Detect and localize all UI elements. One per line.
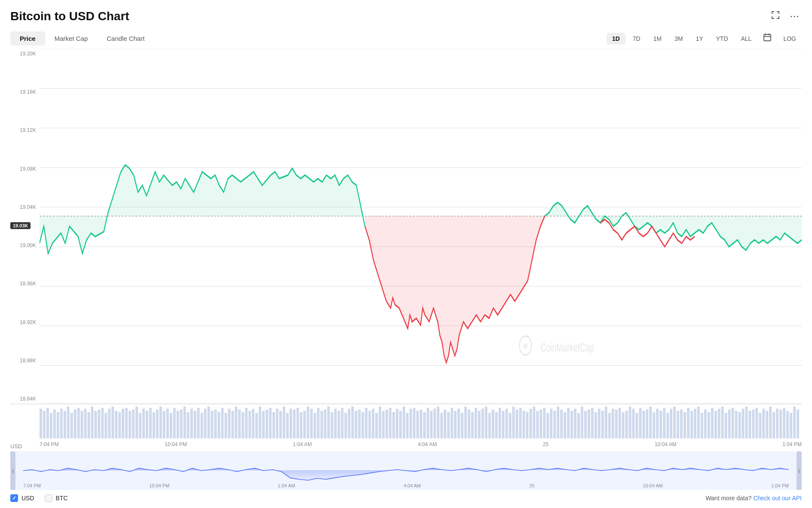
svg-rect-158 xyxy=(519,408,522,438)
svg-rect-80 xyxy=(252,409,254,438)
svg-rect-44 xyxy=(128,411,131,438)
mini-handle-left[interactable]: ‖ xyxy=(10,451,15,490)
legend-checkbox-btc[interactable] xyxy=(45,494,52,502)
svg-rect-100 xyxy=(321,411,323,438)
expand-icon[interactable] xyxy=(769,9,782,24)
y-label-2: 19.12K xyxy=(10,127,40,133)
svg-rect-25 xyxy=(64,411,66,438)
svg-rect-56 xyxy=(170,413,172,438)
svg-rect-197 xyxy=(653,412,655,438)
x-label-5: 10:04 AM xyxy=(655,441,677,447)
time-3m[interactable]: 3M xyxy=(669,33,688,45)
svg-rect-140 xyxy=(458,409,460,438)
tab-price[interactable]: Price xyxy=(10,31,45,46)
svg-rect-235 xyxy=(783,408,785,438)
svg-rect-130 xyxy=(423,412,426,438)
legend-checkbox-usd[interactable]: ✓ xyxy=(10,494,18,502)
more-options-icon[interactable]: ⋯ xyxy=(788,9,802,24)
svg-rect-91 xyxy=(290,409,292,438)
svg-rect-212 xyxy=(704,410,707,438)
svg-rect-182 xyxy=(601,411,604,438)
svg-rect-27 xyxy=(70,413,73,438)
svg-rect-208 xyxy=(690,411,693,438)
svg-rect-187 xyxy=(618,408,621,438)
x-label-4: 25 xyxy=(543,441,549,447)
svg-rect-54 xyxy=(163,411,165,438)
svg-rect-35 xyxy=(98,410,101,438)
svg-rect-172 xyxy=(567,408,570,438)
svg-rect-129 xyxy=(420,410,422,438)
svg-rect-230 xyxy=(766,411,768,438)
tab-candle-chart[interactable]: Candle Chart xyxy=(97,31,154,46)
svg-rect-116 xyxy=(375,413,378,438)
svg-rect-95 xyxy=(303,411,306,438)
svg-rect-93 xyxy=(296,408,299,438)
svg-rect-67 xyxy=(208,407,210,438)
svg-rect-195 xyxy=(646,410,648,438)
api-link[interactable]: Check out our API xyxy=(753,495,802,502)
svg-rect-46 xyxy=(135,407,138,438)
y-label-3: 19.08K xyxy=(10,166,40,172)
time-log[interactable]: LOG xyxy=(778,33,802,45)
svg-rect-37 xyxy=(104,413,107,438)
svg-rect-122 xyxy=(396,409,398,438)
svg-rect-165 xyxy=(543,408,546,438)
svg-rect-174 xyxy=(574,409,577,438)
svg-rect-150 xyxy=(491,410,494,438)
main-chart-area: 19.20K 19.16K 19.12K 19.08K 19.04K 19.00… xyxy=(10,49,802,404)
svg-rect-88 xyxy=(279,411,282,438)
svg-rect-89 xyxy=(283,407,285,438)
time-1d[interactable]: 1D xyxy=(607,33,626,45)
page-title: Bitcoin to USD Chart xyxy=(10,9,129,23)
svg-rect-169 xyxy=(557,407,559,438)
svg-rect-178 xyxy=(588,410,590,438)
svg-rect-135 xyxy=(440,413,443,438)
svg-rect-105 xyxy=(338,411,340,438)
mini-chart-area[interactable]: ‖ 7:04 PM 10:04 PM 1:04 AM 4:04 AM xyxy=(10,451,802,490)
svg-rect-141 xyxy=(461,413,464,438)
svg-rect-180 xyxy=(595,412,597,438)
svg-text:CoinMarketCap: CoinMarketCap xyxy=(540,340,594,354)
svg-rect-53 xyxy=(159,407,162,438)
time-1m[interactable]: 1M xyxy=(647,33,667,45)
svg-rect-96 xyxy=(307,407,309,438)
x-labels: 7:04 PM 10:04 PM 1:04 AM 4:04 AM 25 10:0… xyxy=(40,441,802,447)
svg-rect-145 xyxy=(475,408,477,438)
svg-rect-202 xyxy=(670,409,672,438)
calendar-icon[interactable] xyxy=(759,31,776,46)
svg-rect-118 xyxy=(382,411,385,438)
svg-rect-43 xyxy=(125,408,128,438)
svg-rect-104 xyxy=(334,409,337,438)
svg-rect-38 xyxy=(108,409,110,438)
time-all[interactable]: ALL xyxy=(736,33,757,45)
svg-rect-123 xyxy=(399,411,402,438)
svg-rect-227 xyxy=(755,408,758,438)
svg-rect-87 xyxy=(276,409,278,438)
time-ytd[interactable]: YTD xyxy=(711,33,734,45)
y-label-4: 19.04K xyxy=(10,204,40,210)
svg-rect-210 xyxy=(697,407,700,438)
y-label-5: 19.00K xyxy=(10,242,40,248)
svg-rect-119 xyxy=(385,410,388,438)
svg-rect-188 xyxy=(622,412,624,438)
time-7d[interactable]: 7D xyxy=(627,33,646,45)
svg-rect-115 xyxy=(372,409,374,438)
svg-rect-61 xyxy=(187,412,189,438)
time-1y[interactable]: 1Y xyxy=(690,33,708,45)
svg-rect-214 xyxy=(711,408,714,438)
svg-rect-52 xyxy=(156,410,159,438)
svg-rect-229 xyxy=(762,409,765,438)
svg-rect-233 xyxy=(776,409,778,438)
svg-rect-62 xyxy=(190,409,193,438)
svg-rect-152 xyxy=(498,408,501,438)
svg-rect-83 xyxy=(262,411,265,438)
y-label-0: 19.20K xyxy=(10,51,40,57)
tab-market-cap[interactable]: Market Cap xyxy=(45,31,98,46)
svg-rect-198 xyxy=(656,409,659,438)
svg-rect-157 xyxy=(516,410,518,438)
svg-rect-220 xyxy=(732,408,734,438)
mini-handle-right[interactable]: ‖ xyxy=(797,451,802,490)
mini-x-labels: 7:04 PM 10:04 PM 1:04 AM 4:04 AM 25 10:0… xyxy=(23,483,789,488)
tabs-row: Price Market Cap Candle Chart 1D 7D 1M 3… xyxy=(10,31,802,46)
checkmark-icon: ✓ xyxy=(12,495,16,501)
